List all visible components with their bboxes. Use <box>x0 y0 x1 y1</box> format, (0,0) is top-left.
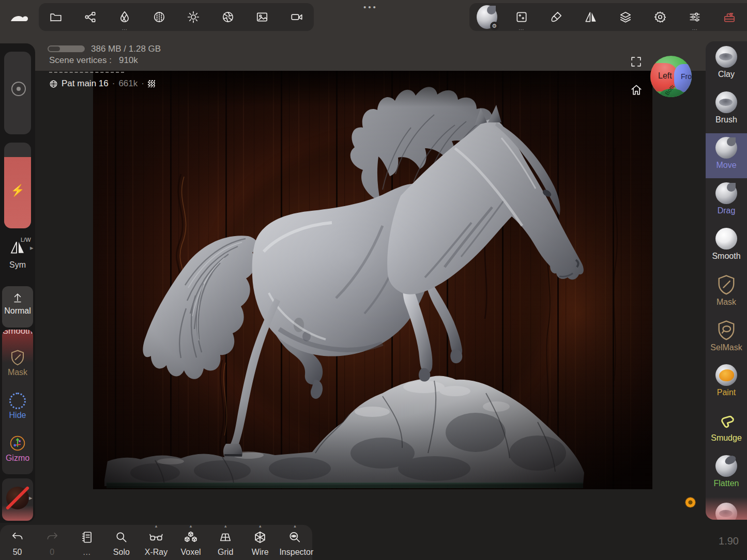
drag-sphere-icon <box>715 182 737 204</box>
voxel-button[interactable]: ▴ Voxel <box>175 528 206 557</box>
button-label: Grid <box>210 548 241 557</box>
gizmo-button[interactable]: Gizmo <box>2 435 33 463</box>
system-handle-dots: ••• <box>363 3 378 11</box>
left-tool-group: Smooth Mask Hide Gizmo <box>2 330 33 474</box>
clay-sphere-icon <box>715 46 737 68</box>
material-preview-sphere[interactable]: ⚙ <box>477 7 497 27</box>
red-glow <box>706 497 747 520</box>
material-sphere-icon: ⚙ <box>477 5 497 29</box>
overflow-dots: … <box>519 25 525 31</box>
xray-button[interactable]: ▴ X-Ray <box>141 528 172 557</box>
intensity-slider[interactable]: ⚡ <box>4 143 31 228</box>
radius-slider[interactable] <box>4 52 31 134</box>
paintbrush-icon[interactable] <box>546 7 567 27</box>
undo-button[interactable]: 50 <box>2 528 33 557</box>
top-left-toolbar: … <box>39 3 314 31</box>
toolbox-icon[interactable] <box>719 7 740 27</box>
matcap-sphere-icon[interactable] <box>149 7 170 27</box>
camera-icon[interactable] <box>286 7 307 27</box>
tool-selmask[interactable]: SelMask <box>706 319 747 363</box>
overflow-dots: … <box>71 548 102 557</box>
scene-vertices-label: Scene vertices : <box>49 55 112 66</box>
sliders-icon[interactable]: … <box>684 7 705 27</box>
dashed-divider <box>49 72 124 73</box>
nav-front-label: Front <box>681 72 692 81</box>
mask-button-left[interactable]: Mask <box>2 349 33 377</box>
inspector-eye-icon <box>288 531 301 544</box>
expand-caret: ▴ <box>245 523 276 528</box>
shield-lasso-icon <box>716 319 736 341</box>
sculpt-viewport[interactable] <box>93 71 652 489</box>
brush-sphere-icon <box>715 91 737 113</box>
scene-graph-icon[interactable] <box>80 7 101 27</box>
tool-paint[interactable]: Paint <box>706 364 747 409</box>
gizmo-label: Gizmo <box>2 454 33 463</box>
postprocess-aperture-icon[interactable] <box>218 7 238 27</box>
notebook-icon <box>80 531 94 544</box>
tool-brush[interactable]: Brush <box>706 91 747 136</box>
gear-badge-icon: ⚙ <box>490 22 499 30</box>
wire-button[interactable]: ▴ Wire <box>245 528 276 557</box>
topology-icon[interactable]: … <box>114 7 135 27</box>
tool-mask[interactable]: Mask <box>706 273 747 318</box>
lighting-sun-icon[interactable] <box>183 7 204 27</box>
intensity-bolt-icon: ⚡ <box>4 184 31 197</box>
scene-vertices-row: Scene vertices : 910k <box>49 55 138 66</box>
app-version: 1.90 <box>719 535 739 547</box>
radius-target-icon <box>11 82 26 96</box>
tool-move[interactable]: Move <box>706 137 747 181</box>
mesh-sphere-icon <box>49 80 58 88</box>
symmetry-icon[interactable] <box>581 7 601 27</box>
validate-badge-icon[interactable] <box>685 497 695 507</box>
arrow-up-icon <box>11 291 24 304</box>
smooth-label: Smooth <box>2 330 33 336</box>
button-label: Voxel <box>175 548 206 557</box>
redo-button[interactable]: 0 <box>37 528 68 557</box>
tool-clay[interactable]: Clay <box>706 46 747 90</box>
background-image-icon[interactable] <box>252 7 272 27</box>
material-disabled-button[interactable]: ▸ <box>2 478 33 521</box>
smudge-finger-icon <box>716 411 737 431</box>
tool-label: Smooth <box>706 252 747 261</box>
nomad-logo-icon[interactable] <box>8 9 30 27</box>
separator-dot: · <box>141 79 144 89</box>
tool-smudge[interactable]: Smudge <box>706 410 747 454</box>
tool-smooth[interactable]: Smooth <box>706 228 747 272</box>
flatten-sphere-icon <box>715 455 737 477</box>
chevron-right-icon: ▸ <box>30 244 34 252</box>
sym-mode-label: L/W <box>21 237 31 243</box>
history-button[interactable]: … <box>71 528 102 557</box>
button-label: Wire <box>245 548 276 557</box>
hide-button[interactable]: Hide <box>2 393 33 420</box>
grid-button[interactable]: ▴ Grid <box>210 528 241 557</box>
orientation-nav-sphere[interactable]: Left Front Bottom <box>650 56 692 97</box>
redo-count: 0 <box>37 548 68 557</box>
overflow-dots: … <box>121 25 128 31</box>
stamp-alpha-icon[interactable]: … <box>511 7 532 27</box>
voxel-cubes-icon <box>184 531 197 544</box>
memory-progress-bar <box>48 45 85 52</box>
fullscreen-button[interactable] <box>630 55 643 70</box>
tool-label: Paint <box>706 388 747 397</box>
tool-flatten[interactable]: Flatten <box>706 455 747 500</box>
tool-drag[interactable]: Drag <box>706 182 747 227</box>
files-folder-icon[interactable] <box>45 7 66 27</box>
symmetry-button[interactable]: L/W ▸ Sym <box>0 236 35 274</box>
layers-icon[interactable] <box>615 7 636 27</box>
solo-button[interactable]: Solo <box>106 528 137 557</box>
material-disabled-icon <box>6 487 29 509</box>
settings-gear-icon[interactable] <box>650 7 670 27</box>
hide-dots-icon <box>9 393 26 409</box>
right-tool-rail: Clay Brush Move Drag Smooth Mask SelMask… <box>706 41 747 520</box>
inspector-button[interactable]: ▴ Inspector <box>279 528 310 557</box>
normal-falloff-button[interactable]: Normal <box>2 286 33 328</box>
memory-progress-fill <box>49 46 60 51</box>
active-object-header[interactable]: Pat main 16 · 661k · <box>49 79 155 89</box>
overflow-dots: … <box>692 25 698 31</box>
tool-label: Flatten <box>706 479 747 488</box>
redo-icon <box>45 531 59 544</box>
home-view-button[interactable] <box>630 83 643 99</box>
normal-label: Normal <box>2 306 33 316</box>
wireframe-icon <box>253 531 267 544</box>
chevron-right-icon: ▸ <box>29 494 33 502</box>
